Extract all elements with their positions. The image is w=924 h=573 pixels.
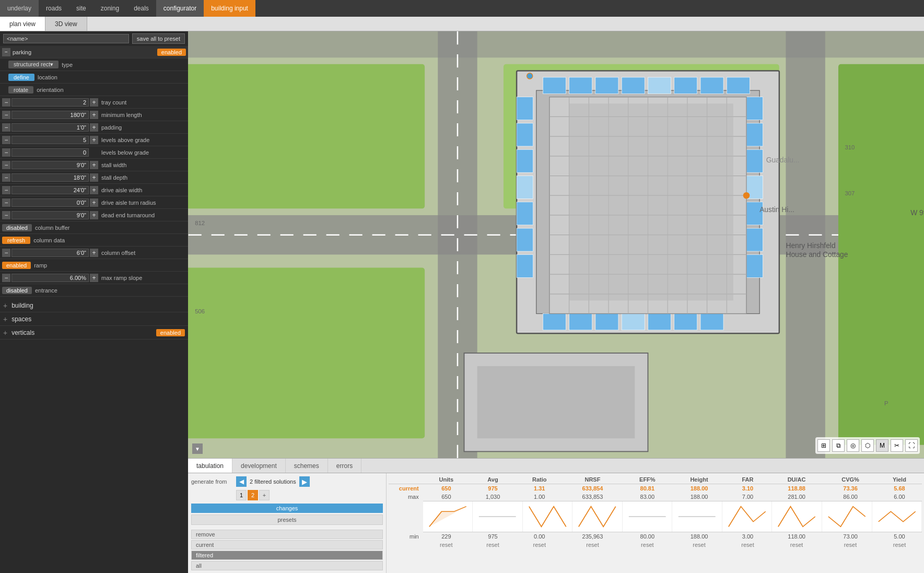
solution-pill-1[interactable]: 1	[236, 490, 247, 500]
padding-minus[interactable]: −	[2, 123, 10, 132]
nav-zoning[interactable]: zoning	[93, 0, 126, 17]
nav-deals[interactable]: deals	[126, 0, 156, 17]
reset-cvg[interactable]: reset	[824, 541, 877, 549]
building-item[interactable]: + building	[0, 299, 188, 312]
tray-count-value[interactable]	[11, 98, 89, 107]
levels-below-value[interactable]	[11, 148, 89, 157]
stall-width-plus[interactable]: +	[90, 161, 98, 169]
dead-end-minus[interactable]: −	[2, 211, 10, 219]
svg-rect-32	[648, 313, 671, 330]
define-btn[interactable]: define	[8, 74, 34, 81]
dead-end-value[interactable]	[11, 211, 89, 219]
tray-count-plus[interactable]: +	[90, 98, 98, 107]
stall-depth-value[interactable]	[11, 173, 89, 182]
presets-btn[interactable]: presets	[191, 514, 383, 525]
svg-rect-18	[674, 77, 697, 93]
col-offset-value[interactable]	[11, 249, 89, 257]
col-buffer-badge[interactable]: disabled	[2, 224, 32, 231]
save-all-button[interactable]: save all to preset	[132, 33, 185, 44]
max-ramp-value[interactable]	[11, 274, 89, 282]
next-solution-btn[interactable]: ▶	[299, 476, 310, 487]
grid-icon[interactable]: ⊞	[817, 439, 830, 452]
changes-btn[interactable]: changes	[191, 504, 383, 513]
col-header-cvg: CVG%	[824, 475, 877, 484]
stall-width-minus[interactable]: −	[2, 161, 10, 169]
tray-count-minus[interactable]: −	[2, 98, 10, 107]
max-ramp-minus[interactable]: −	[2, 274, 10, 282]
stall-depth-minus[interactable]: −	[2, 173, 10, 182]
reset-nrsf[interactable]: reset	[563, 541, 622, 549]
nav-underlay[interactable]: underlay	[0, 0, 39, 17]
target-icon[interactable]: ◎	[847, 439, 859, 452]
levels-below-minus[interactable]: −	[2, 148, 10, 157]
nav-site[interactable]: site	[69, 0, 93, 17]
reset-units[interactable]: reset	[423, 541, 470, 549]
reset-far[interactable]: reset	[726, 541, 769, 549]
turn-radius-plus[interactable]: +	[90, 198, 98, 207]
all-btn[interactable]: all	[191, 561, 383, 570]
drive-aisle-minus[interactable]: −	[2, 186, 10, 194]
ramp-badge[interactable]: enabled	[2, 262, 31, 269]
drive-aisle-plus[interactable]: +	[90, 186, 98, 194]
padding-value[interactable]	[11, 123, 89, 132]
padding-plus[interactable]: +	[90, 123, 98, 132]
entrance-badge[interactable]: disabled	[2, 287, 32, 294]
turn-radius-minus[interactable]: −	[2, 198, 10, 207]
reset-height[interactable]: reset	[672, 541, 726, 549]
verticals-badge[interactable]: enabled	[156, 329, 185, 336]
scissors-icon[interactable]: ✂	[891, 439, 903, 452]
tab-3d-view[interactable]: 3D view	[45, 17, 87, 31]
collapse-panel-btn-area: ▼	[190, 443, 203, 454]
nav-building-input[interactable]: building input	[204, 0, 255, 17]
measure-icon[interactable]: M	[876, 439, 888, 452]
min-length-plus[interactable]: +	[90, 111, 98, 119]
col-data-btn[interactable]: refresh	[2, 237, 30, 244]
verticals-item[interactable]: + verticals enabled	[0, 326, 188, 340]
col-offset-plus[interactable]: +	[90, 249, 98, 257]
remove-btn[interactable]: remove	[191, 530, 383, 539]
map-toolbar: ⊞ ⧉ ◎ ⬡ M ✂ ⛶	[815, 437, 920, 454]
shape-icon[interactable]: ⬡	[861, 439, 874, 452]
reset-yield[interactable]: reset	[877, 541, 922, 549]
reset-avg[interactable]: reset	[470, 541, 516, 549]
name-input[interactable]	[3, 34, 129, 43]
reset-eff[interactable]: reset	[623, 541, 672, 549]
reset-duac[interactable]: reset	[769, 541, 824, 549]
stall-depth-plus[interactable]: +	[90, 173, 98, 182]
tab-errors[interactable]: errors	[328, 459, 361, 473]
turn-radius-value[interactable]	[11, 198, 89, 207]
current-btn[interactable]: current	[191, 540, 383, 549]
levels-above-value[interactable]	[11, 136, 89, 144]
map-area[interactable]: W 9th St Henry Hirshfeld House and Cotta…	[188, 31, 924, 458]
reset-ratio[interactable]: reset	[516, 541, 563, 549]
stall-width-value[interactable]	[11, 161, 89, 169]
max-ramp-plus[interactable]: +	[90, 274, 98, 282]
rotate-btn[interactable]: rotate	[8, 86, 33, 93]
prev-solution-btn[interactable]: ◀	[236, 476, 247, 487]
tab-plan-view[interactable]: plan view	[0, 17, 45, 31]
tab-schemes[interactable]: schemes	[286, 459, 328, 473]
min-length-minus[interactable]: −	[2, 111, 10, 119]
dead-end-plus[interactable]: +	[90, 211, 98, 219]
structured-rect-btn[interactable]: structured rect▾	[8, 61, 59, 68]
nav-roads[interactable]: roads	[39, 0, 69, 17]
levels-above-plus[interactable]: +	[90, 136, 98, 144]
drive-aisle-value[interactable]	[11, 186, 89, 194]
collapse-bottom-btn[interactable]: ▼	[192, 443, 203, 454]
parking-enabled-badge[interactable]: enabled	[157, 49, 186, 56]
min-length-value[interactable]	[11, 111, 89, 119]
current-far: 3.10	[726, 484, 769, 493]
solution-pill-add[interactable]: +	[259, 490, 270, 500]
layers-icon[interactable]: ⧉	[832, 439, 845, 452]
tab-tabulation[interactable]: tabulation	[188, 459, 232, 473]
filtered-btn[interactable]: filtered	[191, 551, 383, 560]
levels-above-minus[interactable]: −	[2, 136, 10, 144]
drive-aisle-label: drive aisle width	[101, 187, 142, 193]
spaces-item[interactable]: + spaces	[0, 312, 188, 326]
parking-collapse-btn[interactable]: −	[2, 48, 10, 56]
col-offset-minus[interactable]: −	[2, 249, 10, 257]
fullscreen-icon[interactable]: ⛶	[905, 439, 918, 452]
solution-pill-2[interactable]: 2	[248, 490, 258, 500]
nav-configurator[interactable]: configurator	[156, 0, 204, 17]
tab-development[interactable]: development	[232, 459, 286, 473]
